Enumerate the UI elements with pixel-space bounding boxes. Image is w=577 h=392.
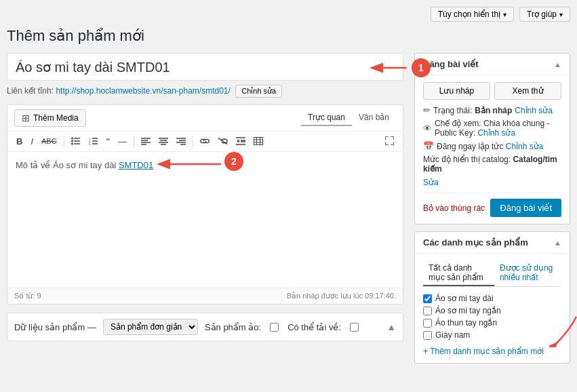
word-count: Số từ: 9	[14, 292, 41, 300]
tuy-chon-btn[interactable]: Tùy chọn hiển thị ▾	[431, 7, 514, 22]
view-edit-link[interactable]: Chỉnh sửa	[477, 128, 515, 138]
downloadable-label: Có thể tải về:	[287, 322, 341, 332]
expand-btn[interactable]	[382, 134, 397, 149]
visibility-text: Mức độ hiển thị catalog: Catalog/tìm kiế…	[423, 155, 561, 174]
cat-label-3: Giày nam	[435, 330, 470, 340]
save-draft-btn[interactable]: Lưu nháp	[423, 82, 490, 100]
ul-btn[interactable]	[68, 135, 84, 149]
categories-box: Các danh mục sản phẩm ▲ Tất cả danh mục …	[414, 231, 570, 364]
editor-topbar: ⊞ Thêm Media Trực quan Văn bản	[7, 105, 403, 132]
cat-label-0: Áo sơ mi tay dài	[435, 294, 494, 303]
editor-link[interactable]: SMTD01	[119, 160, 153, 170]
product-data-label: Dữ liệu sản phẩm —	[14, 322, 96, 332]
date-row: 📅 Đăng ngay lập tức Chỉnh sửa	[423, 141, 561, 151]
tab-text[interactable]: Văn bản	[352, 110, 396, 126]
svg-point-5	[71, 140, 73, 142]
product-data-bar: Dữ liệu sản phẩm — Sản phẩm đơn giản Sản…	[7, 313, 403, 341]
date-label: Đăng ngay lập tức Chỉnh sửa	[437, 142, 543, 151]
publish-btn[interactable]: Đăng bài viết	[490, 199, 561, 217]
editor-content[interactable]: Mô tả về Áo sơ mi tay dài SMTD01 2	[7, 152, 403, 288]
downloadable-checkbox[interactable]	[350, 323, 359, 332]
chevron-down-icon: ▾	[503, 11, 506, 18]
svg-point-6	[71, 142, 73, 144]
saved-time: Bản nháp được lưu lúc 09:17:40.	[287, 292, 396, 300]
media-icon: ⊞	[22, 113, 30, 123]
view-text: Chế độ xem: Chia khóa chung - Public Key…	[435, 119, 561, 138]
blockquote-btn[interactable]: "	[103, 134, 113, 149]
publish-box-title: Đăng bài viết	[423, 59, 479, 69]
align-right-btn[interactable]	[173, 135, 189, 149]
eye-icon: 👁	[423, 123, 432, 134]
visibility-edit-link[interactable]: Sửa	[423, 178, 439, 187]
bold-btn[interactable]: B	[13, 135, 26, 148]
toolbar-sep-2	[134, 136, 134, 148]
publish-box: Đăng bài viết ▲ Lưu nháp Xem thử ✏ Trạng…	[414, 53, 570, 224]
toolbar-sep-1	[64, 136, 64, 148]
unlink-btn[interactable]	[214, 135, 231, 149]
left-column: 1 Liên kết tĩnh: http://shop.hoclamwebsi…	[7, 53, 403, 341]
list-item: Giày nam	[423, 329, 561, 341]
trash-link[interactable]: Bỏ vào thùng rác	[423, 203, 485, 213]
hr-btn[interactable]: —	[115, 135, 130, 148]
calendar-icon: 📅	[423, 141, 434, 151]
list-item: Áo sơ mi tay dài	[423, 292, 561, 305]
publish-box-header[interactable]: Đăng bài viết ▲	[415, 54, 570, 75]
toggle-icon: ▲	[554, 60, 561, 68]
status-label: Trạng thái:	[433, 106, 472, 115]
status-value: Bản nháp	[475, 106, 512, 115]
tro-giup-label: Trợ giúp	[527, 9, 557, 19]
tab-visual[interactable]: Trực quan	[301, 110, 352, 126]
toolbar-sep-3	[193, 136, 193, 148]
publish-actions-row: Lưu nháp Xem thử	[423, 82, 561, 100]
pencil-icon: ✏	[423, 105, 431, 115]
permalink-bar: Liên kết tĩnh: http://shop.hoclamwebsite…	[7, 85, 403, 98]
status-edit-link[interactable]: Chỉnh sửa	[515, 106, 553, 115]
categories-content: Tất cả danh mục sản phẩm Được sử dụng nh…	[415, 254, 570, 363]
align-center-btn[interactable]	[155, 135, 172, 149]
tuy-chon-label: Tùy chọn hiển thị	[438, 9, 500, 19]
strikethrough-btn[interactable]: ABC	[38, 136, 60, 147]
svg-rect-30	[254, 137, 262, 144]
editor-footer: Số từ: 9 Bản nháp được lưu lúc 09:17:40.	[7, 288, 403, 304]
view-row: 👁 Chế độ xem: Chia khóa chung - Public K…	[423, 119, 561, 138]
permalink-link[interactable]: http://shop.hoclamwebsite.vn/san-pham/sm…	[56, 86, 230, 96]
add-media-label: Thêm Media	[33, 113, 79, 123]
tab-popular-cats[interactable]: Được sử dụng nhiều nhất	[494, 260, 561, 286]
editor-tabs: Trực quan Văn bản	[301, 110, 396, 126]
svg-text:3.: 3.	[89, 142, 91, 145]
categories-list: Áo sơ mi tay dài Áo sơ mi tay ngắn Áo th…	[423, 292, 561, 341]
italic-btn[interactable]: I	[27, 135, 37, 148]
cat-checkbox-2[interactable]	[423, 319, 432, 328]
virtual-label: Sản phẩm ảo:	[205, 322, 261, 332]
link-btn[interactable]	[197, 135, 213, 149]
add-media-btn[interactable]: ⊞ Thêm Media	[14, 109, 86, 127]
editor-wrap: ⊞ Thêm Media Trực quan Văn bản B I ABC	[7, 104, 403, 305]
add-new-cat-link[interactable]: + Thêm danh mục sản phẩm mới	[423, 347, 544, 356]
tab-all-cats[interactable]: Tất cả danh mục sản phẩm	[423, 260, 494, 286]
cat-tabs: Tất cả danh mục sản phẩm Được sử dụng nh…	[423, 260, 561, 287]
tro-giup-btn[interactable]: Trợ giúp ▾	[519, 7, 570, 22]
right-column: Đăng bài viết ▲ Lưu nháp Xem thử ✏ Trạng…	[414, 53, 570, 370]
ol-btn[interactable]: 1.2.3.	[85, 135, 102, 149]
date-edit-link[interactable]: Chỉnh sửa	[506, 142, 544, 151]
annotation-2: 2	[224, 152, 243, 171]
indent-btn[interactable]	[233, 135, 249, 149]
product-title-input[interactable]	[7, 53, 403, 81]
virtual-checkbox[interactable]	[270, 323, 279, 332]
cat-checkbox-0[interactable]	[423, 294, 432, 303]
publish-box-content: Lưu nháp Xem thử ✏ Trạng thái: Bản nháp …	[415, 75, 570, 224]
list-item: Áo sơ mi tay ngắn	[423, 305, 561, 317]
cat-checkbox-1[interactable]	[423, 307, 432, 315]
preview-btn[interactable]: Xem thử	[494, 82, 561, 100]
publish-separator	[423, 193, 561, 193]
expand-icon: ▲	[386, 321, 396, 332]
align-left-btn[interactable]	[138, 135, 154, 149]
product-type-select[interactable]: Sản phẩm đơn giản	[103, 319, 198, 335]
cat-checkbox-3[interactable]	[423, 331, 432, 340]
page-title: Thêm sản phẩm mới	[7, 27, 570, 45]
editor-toolbar: B I ABC 1.2.3. " —	[7, 132, 403, 152]
table-btn[interactable]	[250, 135, 266, 149]
categories-box-header[interactable]: Các danh mục sản phẩm ▲	[415, 232, 570, 254]
list-item: Áo thun tay ngắn	[423, 317, 561, 329]
permalink-edit-btn[interactable]: Chỉnh sửa	[235, 85, 282, 98]
